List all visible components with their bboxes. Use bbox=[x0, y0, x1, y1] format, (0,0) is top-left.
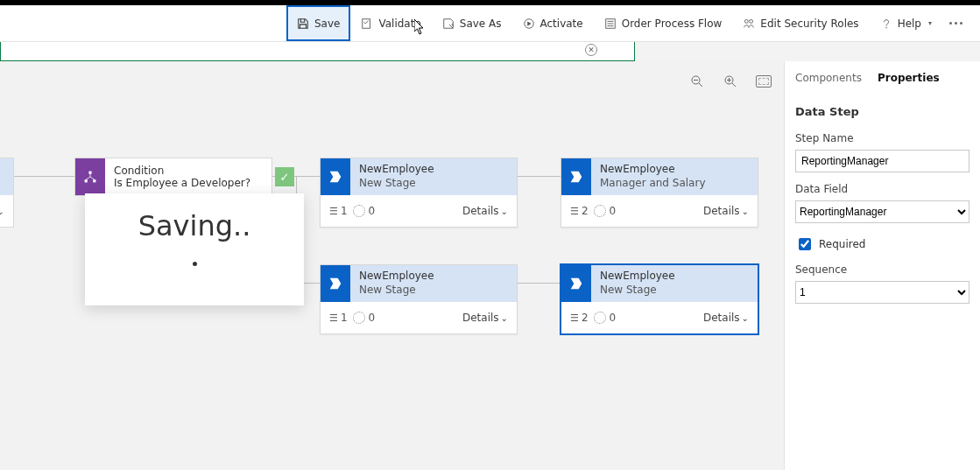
svg-marker-20 bbox=[571, 278, 582, 290]
svg-point-4 bbox=[750, 19, 753, 23]
stage-card-new-stage-3[interactable]: NewEmployee New Stage ☰1 0 Details ⌄ bbox=[320, 264, 518, 334]
steps-icon: ☰ bbox=[329, 312, 337, 324]
stage-chevron-icon bbox=[321, 265, 350, 302]
order-icon bbox=[604, 18, 617, 30]
svg-line-10 bbox=[732, 83, 736, 87]
chevron-down-icon: ⌄ bbox=[501, 207, 508, 216]
stage-entity: NewEmployee bbox=[359, 163, 508, 177]
stage-name: New Stage bbox=[359, 284, 508, 298]
zoom-in-button[interactable] bbox=[723, 74, 738, 89]
saving-overlay: Saving.. bbox=[85, 193, 304, 305]
steps-icon: ☰ bbox=[570, 312, 578, 324]
details-toggle[interactable]: Details ⌄ bbox=[703, 205, 749, 217]
activate-button[interactable]: Activate bbox=[512, 5, 594, 41]
security-icon bbox=[743, 18, 755, 30]
tab-components[interactable]: Components bbox=[795, 68, 862, 88]
stage-name: New Stage bbox=[359, 177, 508, 191]
connector bbox=[518, 176, 561, 177]
pending-icon bbox=[594, 205, 606, 217]
notification-close-button[interactable]: ✕ bbox=[585, 44, 597, 56]
validate-button[interactable]: Validate bbox=[350, 5, 431, 41]
step-count: 1 bbox=[341, 205, 348, 217]
svg-rect-0 bbox=[363, 18, 370, 28]
save-label: Save bbox=[314, 18, 340, 30]
svg-rect-14 bbox=[88, 172, 91, 174]
svg-rect-15 bbox=[85, 179, 88, 182]
flow-canvas[interactable]: n ils ⌄ Condition Is Employee a Develope… bbox=[0, 61, 784, 470]
stage-card-new-stage-4[interactable]: NewEmployee New Stage ☰2 0 Details ⌄ bbox=[561, 264, 758, 334]
steps-icon: ☰ bbox=[570, 206, 578, 217]
security-label: Edit Security Roles bbox=[760, 18, 858, 30]
tab-properties[interactable]: Properties bbox=[878, 68, 940, 88]
save-button[interactable]: Save bbox=[286, 5, 350, 41]
step-name-label: Step Name bbox=[795, 132, 969, 144]
stage-name: Manager and Salary bbox=[600, 177, 749, 191]
svg-rect-16 bbox=[93, 179, 95, 182]
more-commands-button[interactable] bbox=[942, 5, 969, 41]
help-button[interactable]: Help ▾ bbox=[870, 5, 942, 41]
data-field-select[interactable]: ReportingManager bbox=[795, 200, 969, 223]
validate-label: Validate bbox=[378, 18, 420, 30]
connector bbox=[14, 176, 74, 177]
pending-count: 0 bbox=[610, 205, 617, 217]
sequence-label: Sequence bbox=[795, 263, 969, 276]
pending-count: 0 bbox=[610, 312, 617, 324]
stage-chevron-icon bbox=[561, 158, 591, 195]
pending-count: 0 bbox=[369, 312, 376, 324]
zoom-out-button[interactable] bbox=[689, 74, 705, 89]
validate-icon bbox=[361, 18, 373, 30]
chevron-down-icon: ▾ bbox=[928, 19, 932, 27]
condition-true-badge: ✓ bbox=[275, 167, 294, 186]
stage-card-manager-salary[interactable]: NewEmployee Manager and Salary ☰2 0 Deta… bbox=[561, 158, 758, 228]
stage-chevron-icon bbox=[561, 265, 591, 302]
svg-point-5 bbox=[885, 27, 886, 28]
activate-icon bbox=[523, 18, 535, 30]
step-count: 2 bbox=[582, 312, 589, 324]
help-label: Help bbox=[898, 18, 921, 30]
pending-icon bbox=[353, 205, 365, 217]
required-label: Required bbox=[819, 238, 865, 250]
order-process-flow-button[interactable]: Order Process Flow bbox=[594, 5, 733, 41]
step-name-input[interactable] bbox=[795, 150, 969, 172]
saving-text: Saving.. bbox=[138, 209, 251, 242]
stage-chevron-icon bbox=[321, 158, 350, 195]
spinner-dot-icon bbox=[193, 262, 197, 266]
condition-icon bbox=[75, 158, 105, 195]
save-as-icon bbox=[442, 18, 455, 30]
pending-count: 0 bbox=[369, 205, 376, 217]
stage-name: New Stage bbox=[600, 284, 749, 298]
save-as-button[interactable]: Save As bbox=[432, 5, 512, 41]
details-toggle[interactable]: Details ⌄ bbox=[703, 312, 749, 324]
details-toggle[interactable]: Details ⌄ bbox=[462, 205, 508, 217]
order-label: Order Process Flow bbox=[622, 18, 723, 30]
fit-icon bbox=[756, 75, 772, 88]
condition-question: Is Employee a Developer? bbox=[114, 177, 263, 189]
save-icon bbox=[297, 18, 309, 30]
help-icon bbox=[880, 18, 892, 30]
stage-entity: NewEmployee bbox=[600, 270, 749, 284]
save-as-label: Save As bbox=[460, 18, 502, 30]
stage-card-partial[interactable]: n ils ⌄ bbox=[0, 158, 14, 228]
pending-icon bbox=[353, 312, 365, 324]
svg-marker-17 bbox=[330, 172, 342, 183]
section-title: Data Step bbox=[795, 105, 969, 118]
chevron-down-icon: ⌄ bbox=[742, 313, 749, 323]
panel-tabs: Components Properties bbox=[795, 68, 969, 88]
notification-bar: ✕ bbox=[0, 42, 635, 61]
condition-card[interactable]: Condition Is Employee a Developer? bbox=[74, 158, 272, 196]
activate-label: Activate bbox=[540, 18, 583, 30]
stage-entity: NewEmployee bbox=[600, 163, 749, 177]
stage-card-new-stage-1[interactable]: NewEmployee New Stage ☰1 0 Details ⌄ bbox=[320, 158, 518, 228]
details-toggle[interactable]: Details ⌄ bbox=[462, 312, 508, 324]
svg-line-7 bbox=[699, 83, 702, 87]
edit-security-roles-button[interactable]: Edit Security Roles bbox=[732, 5, 869, 41]
chevron-down-icon: ⌄ bbox=[742, 207, 749, 216]
svg-marker-18 bbox=[571, 172, 582, 183]
steps-icon: ☰ bbox=[329, 206, 337, 217]
sequence-select[interactable]: 1 bbox=[795, 281, 969, 304]
fit-to-screen-button[interactable] bbox=[756, 74, 772, 89]
connector bbox=[518, 283, 561, 284]
step-count: 2 bbox=[582, 205, 589, 217]
command-bar: Save Validate Save As Activate Order Pro… bbox=[0, 5, 980, 42]
required-checkbox[interactable] bbox=[799, 238, 811, 250]
